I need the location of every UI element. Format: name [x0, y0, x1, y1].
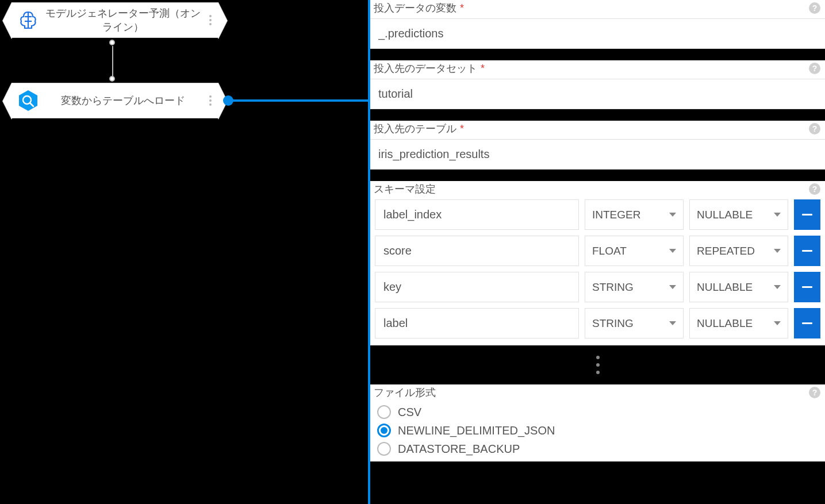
- schema-row: FLOATREPEATED: [375, 236, 820, 266]
- schema-mode-select[interactable]: REPEATED: [689, 236, 788, 266]
- input-variable-field[interactable]: [370, 18, 825, 49]
- schema-row: INTEGERNULLABLE: [375, 199, 820, 230]
- remove-row-button[interactable]: [794, 236, 820, 266]
- schema-column-name[interactable]: [375, 199, 579, 230]
- field-destination-table: 投入先のテーブル * ?: [370, 121, 825, 170]
- field-label: ファイル形式: [374, 386, 436, 399]
- schema-type-select[interactable]: STRING: [585, 272, 684, 302]
- file-format-option[interactable]: NEWLINE_DELIMITED_JSON: [370, 421, 825, 440]
- section-separator: [370, 345, 825, 384]
- radio-label: DATASTORE_BACKUP: [398, 443, 520, 456]
- schema-type-select[interactable]: STRING: [585, 308, 684, 338]
- minus-icon: [802, 214, 812, 216]
- schema-column-name[interactable]: [375, 272, 579, 302]
- field-label: スキーマ設定: [374, 182, 436, 196]
- chevron-down-icon: [774, 213, 781, 217]
- minus-icon: [802, 250, 812, 252]
- schema-type-select[interactable]: INTEGER: [585, 199, 684, 230]
- remove-row-button[interactable]: [794, 308, 820, 338]
- field-label: 投入先のテーブル: [374, 122, 456, 136]
- schema-mode-select[interactable]: NULLABLE: [689, 272, 788, 302]
- schema-column-name[interactable]: [375, 308, 579, 338]
- chevron-down-icon: [669, 285, 676, 289]
- workflow-canvas[interactable]: モデルジェネレーター予測（オンライン） 変数からテーブルへロード: [0, 0, 368, 504]
- required-marker: *: [481, 63, 485, 75]
- properties-panel: 投入データの変数 * ? 投入先のデータセット * ? 投入先のテーブル * ?…: [370, 0, 825, 504]
- required-marker: *: [460, 2, 464, 14]
- schema-mode-select[interactable]: NULLABLE: [689, 199, 788, 230]
- radio-icon: [377, 424, 391, 437]
- radio-icon: [377, 442, 391, 456]
- brain-icon: [16, 7, 41, 33]
- help-icon[interactable]: ?: [809, 123, 820, 134]
- schema-type-select[interactable]: FLOAT: [585, 236, 684, 266]
- connector-line: [112, 46, 113, 77]
- chevron-down-icon: [774, 285, 781, 289]
- remove-row-button[interactable]: [794, 199, 820, 230]
- minus-icon: [802, 322, 812, 324]
- schema-row: STRINGNULLABLE: [375, 308, 820, 338]
- help-icon[interactable]: ?: [809, 63, 820, 74]
- field-label: 投入先のデータセット: [374, 61, 477, 75]
- remove-row-button[interactable]: [794, 272, 820, 302]
- minus-icon: [802, 286, 812, 288]
- selection-connector: [228, 99, 368, 102]
- chevron-down-icon: [669, 249, 676, 253]
- radio-label: NEWLINE_DELIMITED_JSON: [398, 424, 555, 437]
- required-marker: *: [460, 123, 464, 135]
- radio-label: CSV: [398, 406, 421, 419]
- field-schema: スキーマ設定 ? INTEGERNULLABLEFLOATREPEATEDSTR…: [370, 181, 825, 345]
- chevron-down-icon: [669, 321, 676, 325]
- help-icon[interactable]: ?: [809, 387, 820, 398]
- bigquery-icon: [16, 88, 41, 113]
- dataset-field[interactable]: [370, 79, 825, 109]
- node-model-generator-predict[interactable]: モデルジェネレーター予測（オンライン）: [11, 2, 218, 38]
- file-format-option[interactable]: CSV: [370, 403, 825, 421]
- schema-column-name[interactable]: [375, 236, 579, 266]
- node-menu-button[interactable]: [205, 15, 216, 25]
- field-input-variable: 投入データの変数 * ?: [370, 0, 825, 49]
- field-destination-dataset: 投入先のデータセット * ?: [370, 60, 825, 109]
- field-file-format: ファイル形式 ? CSVNEWLINE_DELIMITED_JSONDATAST…: [370, 384, 825, 461]
- schema-row: STRINGNULLABLE: [375, 272, 820, 302]
- field-label: 投入データの変数: [374, 1, 456, 15]
- node-load-variable-to-table[interactable]: 変数からテーブルへロード: [11, 83, 218, 118]
- help-icon[interactable]: ?: [809, 2, 820, 14]
- chevron-down-icon: [774, 249, 781, 253]
- chevron-down-icon: [669, 213, 676, 217]
- svg-marker-5: [19, 90, 37, 111]
- help-icon[interactable]: ?: [809, 183, 820, 195]
- schema-mode-select[interactable]: NULLABLE: [689, 308, 788, 338]
- table-field[interactable]: [370, 139, 825, 170]
- node-label: モデルジェネレーター予測（オンライン）: [41, 6, 205, 34]
- node-label: 変数からテーブルへロード: [41, 94, 205, 107]
- chevron-down-icon: [774, 321, 781, 325]
- connector-endpoint: [109, 40, 115, 45]
- connector-endpoint: [109, 76, 115, 82]
- node-menu-button[interactable]: [205, 95, 216, 106]
- radio-icon: [377, 405, 391, 419]
- file-format-option[interactable]: DATASTORE_BACKUP: [370, 440, 825, 458]
